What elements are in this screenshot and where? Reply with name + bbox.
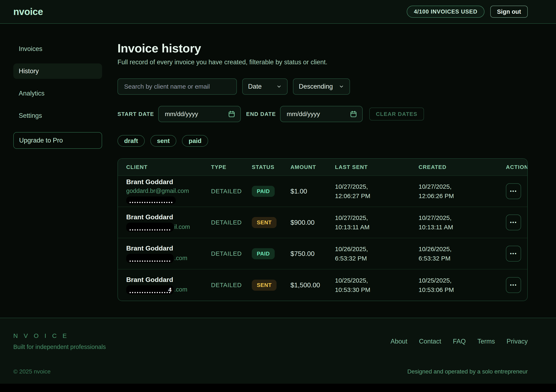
chip-draft[interactable]: draft — [117, 135, 145, 147]
end-date-value: mm/dd/yyyy — [287, 110, 320, 118]
amount-cell: $900.00 — [282, 219, 327, 226]
last-sent-cell: 10/25/2025, 10:53:30 PM — [327, 276, 396, 294]
upgrade-to-pro-button[interactable]: Upgrade to Pro — [13, 132, 102, 149]
chevron-down-icon — [276, 84, 282, 89]
redaction-bar: 4 — [126, 285, 174, 294]
page-title: Invoice history — [117, 41, 528, 55]
sort-field-select[interactable]: Date — [242, 78, 287, 95]
status-badge: SENT — [252, 280, 277, 291]
sidebar-item-settings[interactable]: Settings — [13, 108, 102, 123]
footer-top: N V O I C E Built for independent profes… — [0, 318, 556, 350]
status-chips-row: draft sent paid — [117, 135, 528, 147]
ellipsis-icon: ••• — [510, 189, 517, 194]
ellipsis-icon: ••• — [510, 251, 517, 256]
client-cell: Brant Goddard il.com — [118, 213, 203, 232]
email-suffix: il.com — [174, 223, 190, 230]
sort-direction-select[interactable]: Descending — [293, 78, 350, 95]
footer-tagline: Built for independent professionals — [13, 344, 106, 350]
footer: N V O I C E Built for independent profes… — [0, 318, 556, 392]
footer-link-about[interactable]: About — [391, 338, 407, 345]
row-actions-button[interactable]: ••• — [506, 214, 521, 230]
footer-link-terms[interactable]: Terms — [477, 338, 495, 345]
client-email: goddard.br@gmail.com — [126, 188, 194, 194]
client-cell: Brant Goddard 4.com — [118, 276, 203, 294]
type-cell: DETAILED — [203, 219, 243, 226]
status-cell: PAID — [243, 248, 282, 259]
footer-link-privacy[interactable]: Privacy — [507, 338, 528, 345]
last-sent-cell: 10/26/2025, 6:53:32 PM — [327, 244, 396, 263]
status-badge: PAID — [252, 186, 275, 197]
search-sort-row: Date Descending — [117, 78, 528, 95]
end-date-input[interactable]: mm/dd/yyyy — [280, 106, 363, 122]
invoice-table: CLIENT TYPE STATUS AMOUNT LAST SENT CREA… — [117, 158, 528, 301]
app-logo[interactable]: nvoice — [13, 6, 43, 17]
sidebar: Invoices History Analytics Settings Upgr… — [13, 41, 102, 301]
footer-brand: N V O I C E — [13, 332, 106, 339]
created-cell: 10/26/2025, 6:53:32 PM — [410, 244, 479, 263]
status-badge: PAID — [252, 248, 275, 259]
start-date-value: mm/dd/yyyy — [165, 110, 198, 118]
calendar-icon[interactable] — [228, 110, 235, 118]
client-name: Brant Goddard — [126, 276, 194, 284]
actions-cell: ••• — [498, 246, 527, 262]
start-date-input[interactable]: mm/dd/yyyy — [158, 106, 241, 122]
sidebar-item-analytics[interactable]: Analytics — [13, 86, 102, 101]
table-row: Brant Goddard il.com DETAILED SENT $900.… — [118, 207, 527, 238]
page-subtitle: Full record of every invoice you have cr… — [117, 58, 528, 66]
clear-dates-button[interactable]: CLEAR DATES — [369, 108, 424, 120]
footer-link-faq[interactable]: FAQ — [453, 338, 466, 345]
search-input[interactable] — [117, 78, 237, 95]
client-email: .com — [126, 254, 194, 263]
chip-paid[interactable]: paid — [182, 135, 208, 147]
actions-cell: ••• — [498, 183, 527, 199]
client-name: Brant Goddard — [126, 244, 194, 252]
status-badge: SENT — [252, 217, 277, 228]
client-name: Brant Goddard — [126, 213, 194, 221]
row-actions-button[interactable]: ••• — [506, 246, 521, 262]
row-actions-button[interactable]: ••• — [506, 277, 521, 293]
sidebar-item-history[interactable]: History — [13, 63, 102, 79]
redaction-bar — [126, 254, 174, 263]
calendar-icon[interactable] — [350, 110, 357, 118]
email-suffix: .com — [174, 254, 187, 261]
footer-link-contact[interactable]: Contact — [419, 338, 441, 345]
copyright-text: © 2025 nvoice — [13, 368, 51, 375]
signout-button[interactable]: Sign out — [490, 6, 528, 18]
row-actions-button[interactable]: ••• — [506, 183, 521, 199]
ellipsis-icon: ••• — [510, 282, 517, 288]
status-cell: SENT — [243, 280, 282, 291]
amount-cell: $1,500.00 — [282, 281, 327, 289]
table-row: Brant Goddard .com DETAILED PAID $750.00… — [118, 238, 527, 269]
redaction-bar — [126, 223, 174, 232]
amount-cell: $750.00 — [282, 250, 327, 258]
table-row: Brant Goddard goddard.br@gmail.com DETAI… — [118, 176, 527, 207]
usage-badge: 4/100 INVOICES USED — [407, 6, 485, 18]
end-date-label: END DATE — [246, 111, 276, 117]
table-row: Brant Goddard 4.com DETAILED SENT $1,500… — [118, 269, 527, 301]
main-layout: Invoices History Analytics Settings Upgr… — [0, 24, 556, 318]
col-header-client: CLIENT — [118, 164, 203, 170]
created-cell: 10/27/2025, 10:13:11 AM — [410, 213, 479, 232]
client-email: 4.com — [126, 285, 194, 294]
client-name: Brant Goddard — [126, 178, 194, 186]
type-cell: DETAILED — [203, 282, 243, 289]
footer-links: About Contact FAQ Terms Privacy — [391, 338, 528, 345]
created-cell: 10/27/2025, 12:06:26 PM — [410, 182, 479, 201]
sidebar-item-invoices[interactable]: Invoices — [13, 41, 102, 57]
actions-cell: ••• — [498, 214, 527, 230]
type-cell: DETAILED — [203, 188, 243, 195]
sort-field-value: Date — [248, 83, 262, 90]
status-cell: SENT — [243, 217, 282, 228]
chip-sent[interactable]: sent — [150, 135, 177, 147]
type-cell: DETAILED — [203, 250, 243, 257]
col-header-amount: AMOUNT — [282, 164, 327, 170]
col-header-status: STATUS — [243, 164, 282, 170]
status-cell: PAID — [243, 186, 282, 197]
start-date-label: START DATE — [117, 111, 154, 117]
client-cell: Brant Goddard .com — [118, 244, 203, 263]
sort-direction-value: Descending — [299, 83, 333, 90]
last-sent-cell: 10/27/2025, 12:06:27 PM — [327, 182, 396, 201]
legal-row: © 2025 nvoice Designed and operated by a… — [0, 350, 556, 375]
col-header-created: CREATED — [410, 164, 498, 170]
credit-text: Designed and operated by a solo entrepre… — [407, 368, 528, 375]
